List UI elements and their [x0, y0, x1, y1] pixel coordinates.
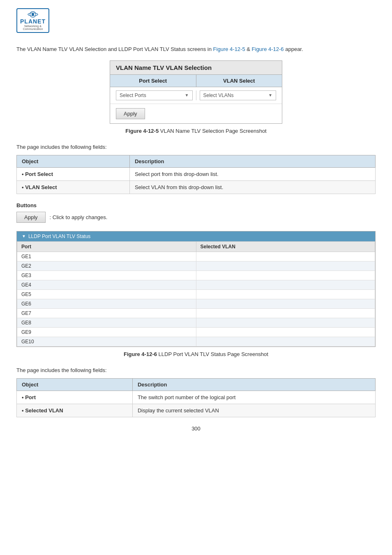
vlan-selection-title: VLAN Name TLV VLAN Selection [110, 61, 282, 75]
logo-area: PLANET Networking & Communication [16, 8, 376, 33]
lldp-port: GE5 [17, 289, 196, 299]
svg-point-2 [32, 13, 34, 16]
lldp-table-row: GE4 [17, 280, 375, 289]
field-object: Selected VLAN [17, 404, 133, 417]
table-row: Port Select Select port from this drop-d… [17, 167, 376, 180]
vlan-select-value: Select VLANs [203, 92, 234, 98]
buttons-apply-desc: : Click to apply changes. [50, 214, 108, 220]
lldp-vlan [196, 337, 375, 346]
lldp-port: GE7 [17, 308, 196, 318]
field-description: Select port from this drop-down list. [129, 167, 375, 180]
lldp-vlan [196, 299, 375, 308]
port-select-value: Select Ports [120, 92, 146, 98]
vlan-apply-row: Apply [110, 104, 282, 123]
lldp-vlan [196, 308, 375, 318]
lldp-table-row: GE1 [17, 252, 375, 261]
intro-text-after: appear. [284, 46, 303, 52]
vlan-select-dropdown[interactable]: Select VLANs ▼ [200, 90, 277, 100]
lldp-vlan [196, 289, 375, 299]
lldp-table-row: GE10 [17, 337, 375, 346]
lldp-table-row: GE5 [17, 289, 375, 299]
lldp-vlan [196, 280, 375, 289]
fig2-caption-text: LLDP Port VLAN TLV Status Page Screensho… [157, 351, 268, 357]
page-number: 300 [16, 426, 376, 432]
buttons-apply-button[interactable]: Apply [16, 212, 46, 223]
port-select-dropdown[interactable]: Select Ports ▼ [116, 90, 193, 100]
lldp-col1-header: Port [17, 241, 196, 252]
lldp-table-row: GE6 [17, 299, 375, 308]
fig1-caption-bold: Figure 4-12-5 [125, 128, 159, 134]
vlan-select-cell: Select VLANs ▼ [196, 90, 278, 100]
link-fig4125[interactable]: Figure 4-12-5 [213, 46, 245, 52]
intro-paragraph: The VLAN Name TLV VLAN Selection and LLD… [16, 45, 376, 54]
intro-separator: & [245, 46, 252, 52]
field-object: VLAN Select [17, 180, 130, 194]
vlan-dropdown-arrow: ▼ [268, 93, 272, 97]
lldp-port: GE4 [17, 280, 196, 289]
table2-col2-header: Description [132, 378, 375, 391]
field-description: The switch port number of the logical po… [132, 391, 375, 404]
fig1-caption: Figure 4-12-5 VLAN Name TLV Selection Pa… [16, 128, 376, 134]
vlan-selection-header: Port Select VLAN Select [110, 75, 282, 87]
lldp-table: Port Selected VLAN GE1 GE2 GE3 GE4 GE5 G… [17, 241, 375, 347]
lldp-port: GE8 [17, 318, 196, 327]
logo-text-sub: Networking & Communication [19, 25, 47, 30]
table1-col2-header: Description [129, 155, 375, 167]
button-desc-row: Apply : Click to apply changes. [16, 212, 376, 223]
lldp-vlan [196, 252, 375, 261]
buttons-section: Buttons Apply : Click to apply changes. [16, 202, 376, 223]
logo-text-planet: PLANET [20, 18, 46, 25]
field-object: Port [17, 391, 133, 404]
lldp-panel-title: LLDP Port VLAN TLV Status [28, 234, 90, 239]
lldp-vlan [196, 318, 375, 327]
fields-intro-2: The page includes the following fields: [16, 367, 376, 373]
port-dropdown-arrow: ▼ [185, 93, 189, 97]
lldp-port: GE6 [17, 299, 196, 308]
port-select-header: Port Select [110, 75, 196, 87]
fig2-caption-bold: Figure 4-12-6 [124, 351, 157, 357]
lldp-port: GE10 [17, 337, 196, 346]
field-description: Select VLAN from this drop-down list. [129, 180, 375, 194]
lldp-port: GE3 [17, 271, 196, 280]
lldp-panel-arrow-icon: ▼ [22, 234, 26, 238]
lldp-vlan [196, 271, 375, 280]
lldp-table-row: GE8 [17, 318, 375, 327]
vlan-apply-button[interactable]: Apply [116, 108, 145, 119]
fig1-caption-text: VLAN Name TLV Selection Page Screenshot [159, 128, 267, 134]
table2-col1-header: Object [17, 378, 133, 391]
lldp-panel-header: ▼ LLDP Port VLAN TLV Status [17, 231, 375, 241]
lldp-table-row: GE9 [17, 327, 375, 337]
table-row: Port The switch port number of the logic… [17, 391, 376, 404]
port-select-cell: Select Ports ▼ [114, 90, 196, 100]
lldp-col2-header: Selected VLAN [196, 241, 375, 252]
lldp-port: GE9 [17, 327, 196, 337]
lldp-table-row: GE3 [17, 271, 375, 280]
fields-table-1: Object Description Port Select Select po… [16, 155, 376, 194]
lldp-vlan [196, 327, 375, 337]
intro-text-before: The VLAN Name TLV VLAN Selection and LLD… [16, 46, 213, 52]
table-row: VLAN Select Select VLAN from this drop-d… [17, 180, 376, 194]
link-fig4126[interactable]: Figure 4-12-6 [252, 46, 284, 52]
lldp-port: GE2 [17, 261, 196, 271]
fields-table-2: Object Description Port The switch port … [16, 378, 376, 417]
vlan-dropdowns-row: Select Ports ▼ Select VLANs ▼ [110, 87, 282, 104]
fields-intro-1: The page includes the following fields: [16, 144, 376, 150]
lldp-table-row: GE2 [17, 261, 375, 271]
field-object: Port Select [17, 167, 130, 180]
vlan-select-header: VLAN Select [196, 75, 282, 87]
planet-icon [27, 11, 39, 18]
buttons-label: Buttons [16, 202, 376, 208]
lldp-vlan [196, 261, 375, 271]
table1-col1-header: Object [17, 155, 130, 167]
vlan-selection-panel: VLAN Name TLV VLAN Selection Port Select… [110, 60, 282, 124]
lldp-port: GE1 [17, 252, 196, 261]
lldp-panel: ▼ LLDP Port VLAN TLV Status Port Selecte… [16, 231, 376, 347]
logo-box: PLANET Networking & Communication [16, 8, 49, 33]
field-description: Display the current selected VLAN [132, 404, 375, 417]
fig2-caption: Figure 4-12-6 LLDP Port VLAN TLV Status … [16, 351, 376, 357]
table-row: Selected VLAN Display the current select… [17, 404, 376, 417]
lldp-table-row: GE7 [17, 308, 375, 318]
